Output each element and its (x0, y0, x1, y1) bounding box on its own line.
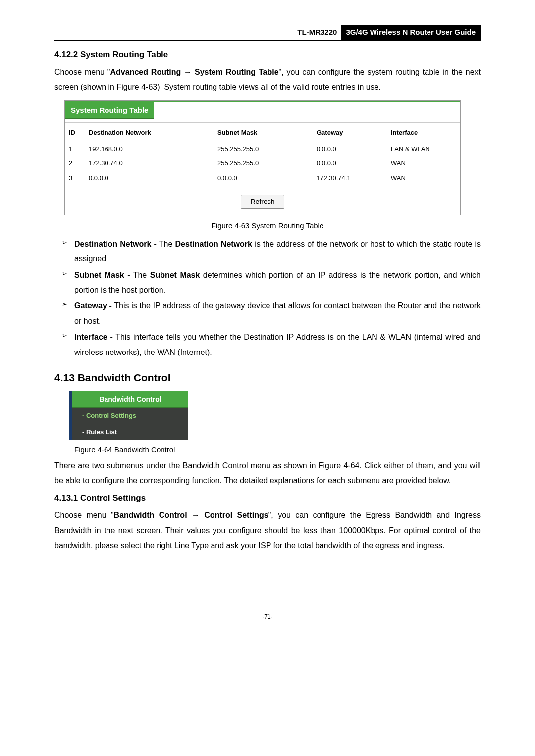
th-id: ID (65, 123, 85, 142)
cell: 0.0.0.0 (214, 171, 313, 186)
intro-4-12-2: Choose menu "Advanced Routing → System R… (54, 65, 481, 95)
th-gateway: Gateway (313, 123, 387, 142)
cell: 255.255.255.0 (214, 142, 313, 156)
refresh-row: Refresh (65, 185, 460, 215)
table-row: 1 192.168.0.0 255.255.255.0 0.0.0.0 LAN … (65, 142, 460, 156)
bullet-term: Subnet Mask (150, 271, 200, 279)
intro-bold-1: Advanced Routing (110, 68, 181, 76)
cell: LAN & WLAN (387, 142, 460, 156)
bullet-text: This interface tells you whether the Des… (74, 333, 481, 356)
menu-header[interactable]: Bandwidth Control (72, 391, 188, 408)
th-dest: Destination Network (85, 123, 214, 142)
routing-table: ID Destination Network Subnet Mask Gatew… (65, 123, 460, 185)
intro-arrow: → (181, 68, 195, 76)
table-header-row: ID Destination Network Subnet Mask Gatew… (65, 123, 460, 142)
panel-gap (65, 119, 460, 123)
bandwidth-menu: Bandwidth Control - Control Settings - R… (69, 391, 188, 440)
figure-4-63-caption: Figure 4-63 System Routing Table (54, 220, 481, 232)
arrow-icon: → (187, 511, 205, 519)
cell: 0.0.0.0 (313, 142, 387, 156)
cell: 0.0.0.0 (85, 171, 214, 186)
th-mask: Subnet Mask (214, 123, 313, 142)
th-iface: Interface (387, 123, 460, 142)
bullet-term: Destination Network (175, 240, 252, 248)
menu-rules-list[interactable]: - Rules List (72, 424, 188, 441)
heading-4-13: 4.13 Bandwidth Control (54, 370, 481, 386)
table-row: 3 0.0.0.0 0.0.0.0 172.30.74.1 WAN (65, 171, 460, 186)
cell: 172.30.74.1 (313, 171, 387, 186)
list-item: Subnet Mask - The Subnet Mask determines… (54, 268, 481, 298)
list-item: Destination Network - The Destination Ne… (54, 237, 481, 267)
intro-pre: Choose menu " (54, 68, 110, 76)
header-title: 3G/4G Wireless N Router User Guide (341, 25, 481, 40)
cell: 3 (65, 171, 85, 186)
intro-bold-2: System Routing Table (195, 68, 279, 76)
heading-4-12-2: 4.12.2 System Routing Table (54, 49, 481, 61)
panel-title-row: System Routing Table (65, 101, 460, 119)
cell: 2 (65, 156, 85, 171)
cell: 172.30.74.0 (85, 156, 214, 171)
routing-panel: System Routing Table ID Destination Netw… (64, 100, 461, 216)
page-number: -71- (54, 612, 481, 621)
bullet-term: Subnet Mask - (74, 271, 130, 279)
bullet-term: Interface - (74, 333, 113, 341)
figure-4-64-caption: Figure 4-64 Bandwidth Control (74, 444, 481, 455)
cell: 255.255.255.0 (214, 156, 313, 171)
bullet-term: Destination Network - (74, 240, 157, 248)
table-row: 2 172.30.74.0 255.255.255.0 0.0.0.0 WAN (65, 156, 460, 171)
heading-4-13-1: 4.13.1 Control Settings (54, 492, 481, 504)
panel-title: System Routing Table (65, 102, 154, 119)
text-bold: Bandwidth Control (114, 511, 187, 519)
cell: 0.0.0.0 (313, 156, 387, 171)
definition-list: Destination Network - The Destination Ne… (54, 237, 481, 360)
text: Choose menu " (54, 511, 114, 519)
body-4-13-1: Choose menu "Bandwidth Control → Control… (54, 508, 481, 553)
model-number: TL-MR3220 (293, 25, 341, 40)
bullet-text: The (130, 271, 150, 279)
bullet-text: The (157, 240, 175, 248)
bullet-text: This is the IP address of the gateway de… (74, 302, 481, 325)
cell: 192.168.0.0 (85, 142, 214, 156)
refresh-button[interactable]: Refresh (241, 195, 284, 209)
text-bold: Control Settings (204, 511, 268, 519)
menu-control-settings[interactable]: - Control Settings (72, 408, 188, 424)
cell: WAN (387, 156, 460, 171)
list-item: Interface - This interface tells you whe… (54, 330, 481, 360)
list-item: Gateway - This is the IP address of the … (54, 299, 481, 329)
bullet-term: Gateway - (74, 302, 112, 310)
cell: WAN (387, 171, 460, 186)
body-4-13: There are two submenus under the Bandwid… (54, 458, 481, 489)
cell: 1 (65, 142, 85, 156)
page-header: TL-MR3220 3G/4G Wireless N Router User G… (54, 25, 481, 41)
